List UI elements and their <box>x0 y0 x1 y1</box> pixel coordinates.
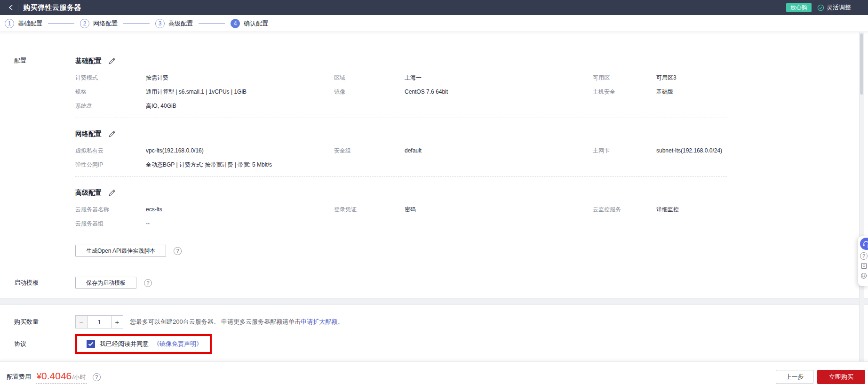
generate-api-script-button[interactable]: 生成Open API最佳实践脚本 <box>75 245 166 257</box>
field-value: 上海一 <box>405 73 593 82</box>
page-title: 购买弹性云服务器 <box>23 3 81 12</box>
footer-buttons: 上一步 立即购买 <box>776 370 865 384</box>
help-icon[interactable]: ? <box>174 247 182 255</box>
expand-quota-link[interactable]: 申请扩大配额 <box>301 318 337 325</box>
top-header: 购买弹性云服务器 放心购 灵活调整 <box>0 0 868 15</box>
section-advanced-config-title: 高级配置 <box>75 188 727 198</box>
field-label: 规格 <box>75 88 146 96</box>
field-label: 虚拟私有云 <box>75 146 146 155</box>
step-confirm-config[interactable]: 4 确认配置 <box>231 19 268 28</box>
field-label: 弹性公网IP <box>75 160 146 169</box>
launch-template-side-label: 启动模板 <box>14 279 39 287</box>
field-value: 按需计费 <box>146 73 334 82</box>
step-number: 4 <box>231 19 240 28</box>
field-value: default <box>405 146 593 155</box>
help-icon[interactable]: ? <box>144 279 152 287</box>
field-label: 安全组 <box>334 146 405 155</box>
config-side-label: 配置 <box>14 56 26 65</box>
section-title-text: 基础配置 <box>75 57 102 65</box>
field-value: 全动态BGP | 计费方式: 按带宽计费 | 带宽: 5 Mbit/s <box>146 160 334 169</box>
main-content: 配置 启动模板 基础配置 计费模式 按需计费 区域 上海一 可用区 可用区3 规… <box>0 32 868 361</box>
section-divider <box>75 118 727 118</box>
agreement-checkbox[interactable] <box>87 340 95 348</box>
field-value: 通用计算型 | s6.small.1 | 1vCPUs | 1GiB <box>146 88 334 96</box>
help-icon[interactable]: ? <box>93 373 101 381</box>
edit-icon[interactable] <box>108 57 116 65</box>
step-label: 网络配置 <box>93 19 118 28</box>
section-basic-config-title: 基础配置 <box>75 56 727 66</box>
wizard-step-bar: 1 基础配置 2 网络配置 3 高级配置 4 确认配置 <box>0 15 868 32</box>
section-title-text: 网络配置 <box>75 130 102 138</box>
step-network-config[interactable]: 2 网络配置 <box>80 19 118 28</box>
quantity-row: − + 您最多可以创建200台云服务器。 申请更多云服务器配额请单击申请扩大配额… <box>75 315 727 328</box>
quantity-increase-button[interactable]: + <box>111 315 123 328</box>
quantity-input[interactable] <box>87 315 111 328</box>
flexible-adjust-label: 灵活调整 <box>827 3 851 12</box>
field-label: 主网卡 <box>593 146 656 155</box>
field-value: 密码 <box>405 205 593 214</box>
field-value: ecs-lts <box>146 205 334 214</box>
edit-icon[interactable] <box>108 189 116 197</box>
previous-step-button[interactable]: 上一步 <box>776 370 813 384</box>
field-value: 高IO, 40GiB <box>146 102 334 110</box>
field-label: 区域 <box>334 73 405 82</box>
basic-config-grid: 计费模式 按需计费 区域 上海一 可用区 可用区3 规格 通用计算型 | s6.… <box>75 73 727 110</box>
scrollbar[interactable] <box>859 32 864 392</box>
field-value: -- <box>146 219 334 228</box>
step-label: 确认配置 <box>244 19 268 28</box>
field-label: 可用区 <box>593 73 656 82</box>
back-icon[interactable] <box>6 2 16 13</box>
step-advanced-config[interactable]: 3 高级配置 <box>155 19 193 28</box>
field-value: CentOS 7.6 64bit <box>405 88 593 96</box>
support-headset-icon[interactable] <box>860 238 868 250</box>
step-number: 2 <box>80 19 89 28</box>
assurance-badge: 放心购 <box>786 3 812 12</box>
flexible-adjust: 灵活调整 <box>817 3 851 12</box>
step-basic-config[interactable]: 1 基础配置 <box>5 19 42 28</box>
field-label: 云监控服务 <box>593 205 656 214</box>
price-value: 0.4046 <box>41 370 72 382</box>
quantity-hint: 您最多可以创建200台云服务器。 申请更多云服务器配额请单击申请扩大配额。 <box>130 318 343 326</box>
agreement-text: 我已经阅读并同意 <box>100 340 149 348</box>
api-script-row: 生成Open API最佳实践脚本 ? <box>75 245 727 257</box>
widget-help-icon[interactable]: ? <box>860 252 868 260</box>
price-currency: ¥ <box>37 372 41 382</box>
footer-bar: 配置费用 ¥0.4046/小时 ? 上一步 立即购买 <box>0 361 868 392</box>
field-label: 云服务器名称 <box>75 205 146 214</box>
buy-now-button[interactable]: 立即购买 <box>817 370 865 384</box>
header-divider <box>18 4 18 11</box>
field-value: 可用区3 <box>656 73 727 82</box>
step-label: 高级配置 <box>168 19 193 28</box>
widget-smiley-icon[interactable] <box>860 272 868 280</box>
price-unit: /小时 <box>72 373 86 382</box>
edit-icon[interactable] <box>108 130 116 138</box>
scrollbar-thumb[interactable] <box>860 33 863 95</box>
panel-separator <box>0 298 868 305</box>
widget-document-icon[interactable] <box>860 262 868 270</box>
image-disclaimer-link[interactable]: 《镜像免责声明》 <box>153 340 202 348</box>
support-widget: ? <box>858 236 868 286</box>
field-label: 云服务器组 <box>75 219 146 228</box>
save-launch-template-button[interactable]: 保存为启动模板 <box>75 277 136 289</box>
quantity-hint-suffix: 。 <box>337 318 343 325</box>
quantity-decrease-button[interactable]: − <box>75 315 88 328</box>
check-circle-icon <box>817 4 824 11</box>
advanced-config-grid: 云服务器名称 ecs-lts 登录凭证 密码 云监控服务 详细监控 云服务器组 … <box>75 205 727 228</box>
quantity-side-label: 购买数量 <box>14 318 39 326</box>
step-number: 1 <box>5 19 14 28</box>
fee-label: 配置费用 <box>7 373 31 381</box>
field-value: subnet-lts(192.168.0.0/24) <box>656 146 727 155</box>
quantity-hint-text: 您最多可以创建200台云服务器。 申请更多云服务器配额请单击 <box>130 318 301 325</box>
network-config-grid: 虚拟私有云 vpc-lts(192.168.0.0/16) 安全组 defaul… <box>75 146 727 169</box>
config-summary-panel: 配置 启动模板 基础配置 计费模式 按需计费 区域 上海一 可用区 可用区3 规… <box>0 32 868 298</box>
purchase-panel: 购买数量 协议 − + 您最多可以创建200台云服务器。 申请更多云服务器配额请… <box>0 305 868 361</box>
step-connector <box>123 23 150 24</box>
agreement-side-label: 协议 <box>14 340 26 348</box>
step-connector <box>199 23 225 24</box>
section-title-text: 高级配置 <box>75 189 102 197</box>
field-label: 登录凭证 <box>334 205 405 214</box>
step-connector <box>48 23 74 24</box>
step-label: 基础配置 <box>18 19 42 28</box>
section-divider <box>75 176 727 177</box>
field-value: 详细监控 <box>656 205 727 214</box>
